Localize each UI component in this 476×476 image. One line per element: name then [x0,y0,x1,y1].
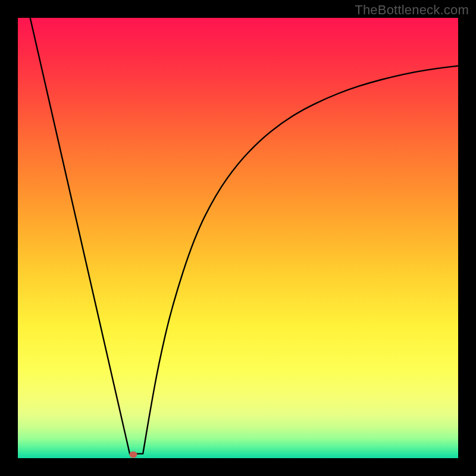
chart-frame: TheBottleneck.com [0,0,476,476]
watermark-text: TheBottleneck.com [355,2,469,18]
curve-svg [18,18,458,458]
plot-area [18,18,458,458]
bottleneck-curve [30,18,458,454]
optimum-marker-icon [129,452,137,458]
